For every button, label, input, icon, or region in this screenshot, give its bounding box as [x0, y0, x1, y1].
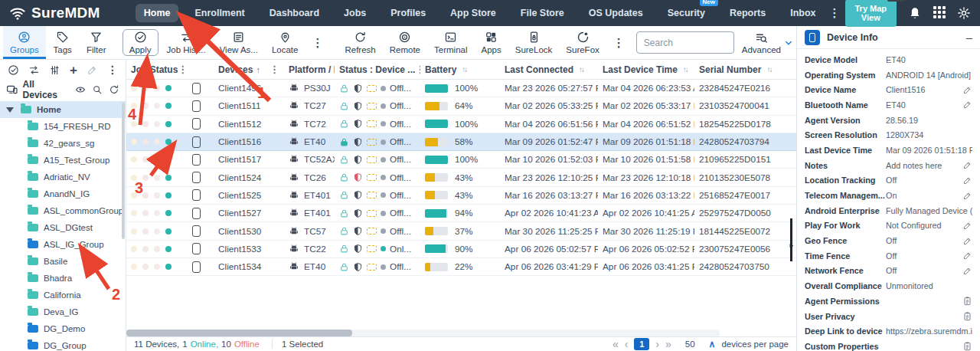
nav-item-file-store[interactable]: File Store [512, 4, 573, 22]
edit-pencil-icon[interactable] [87, 64, 98, 76]
nav-more-kebab-icon[interactable]: ⋮ [825, 6, 845, 20]
column-menu-kebab-icon[interactable]: ⋮ [415, 64, 420, 75]
current-page[interactable]: 1 [634, 338, 649, 350]
sidebar-scrollbar[interactable] [122, 103, 125, 239]
device-select-cell[interactable] [188, 172, 214, 183]
toolbar-device-action-apps[interactable]: Apps [475, 26, 508, 59]
edit-pencil-icon[interactable] [962, 100, 972, 110]
tree-item-asl-dgtest[interactable]: ASL_DGtest [0, 219, 126, 236]
nav-item-os-updates[interactable]: OS Updates [580, 4, 652, 22]
clipboard-icon[interactable] [962, 341, 972, 351]
tree-item-deva-ig[interactable]: Deva_IG [0, 303, 126, 320]
nav-item-dashboard[interactable]: Dashboard [261, 4, 328, 22]
apply-check-circle-icon[interactable] [8, 64, 19, 76]
device-row-client1512[interactable]: Client1512TC72Offl...100%Mar 04 2026 06:… [126, 116, 796, 133]
clipboard-icon[interactable] [962, 296, 972, 306]
column-menu-kebab-icon[interactable]: ⋮ [178, 64, 188, 75]
column-menu-kebab-icon[interactable]: ⋮ [270, 64, 279, 75]
last-page-button[interactable]: » [665, 339, 671, 349]
tree-item-154-fresh-rd[interactable]: 154_FRESH_RD [0, 118, 126, 135]
device-row-client1530[interactable]: Client1530TC57Offl...37%Mar 30 2026 11:2… [126, 222, 796, 240]
column-header-devices[interactable]: Devices↑⋮ [214, 64, 284, 75]
tree-item-california[interactable]: California [0, 287, 126, 303]
device-select-cell[interactable] [188, 225, 214, 237]
column-header-last-device-time[interactable]: Last Device Time↑↓ [598, 64, 694, 75]
bell-icon[interactable] [908, 6, 922, 20]
advanced-search-button[interactable]: Advanced [742, 31, 794, 54]
tune-sliders-icon[interactable] [49, 64, 60, 76]
device-row-client1525[interactable]: Client1525ET401Offl...43%Mar 16 2026 03:… [126, 187, 796, 205]
search-input[interactable] [636, 31, 734, 54]
sidebar-kebab-icon[interactable]: ⋮ [107, 64, 118, 76]
toolbar-device-action-surefox[interactable]: SureFox [559, 26, 606, 59]
hscroll-track[interactable] [126, 330, 720, 336]
device-select-cell[interactable] [188, 243, 214, 254]
app-launcher-grid-icon[interactable] [933, 6, 946, 20]
gear-icon[interactable] [957, 6, 971, 20]
toolbar-device-action-remote[interactable]: Remote [383, 26, 427, 59]
toolbar-action-locate[interactable]: Locate [265, 26, 305, 59]
device-select-cell[interactable] [188, 83, 214, 94]
collapse-chevron-icon[interactable]: ∧ [709, 339, 716, 349]
next-page-button[interactable]: › [655, 339, 659, 349]
nav-item-jobs[interactable]: Jobs [335, 4, 374, 22]
nav-item-profiles[interactable]: Profiles [382, 4, 434, 22]
nav-item-enrollment[interactable]: Enrollment [186, 4, 253, 22]
field-value[interactable]: https://zebra.suremdm.io/... [886, 326, 972, 336]
nav-item-home[interactable]: Home [136, 4, 179, 22]
tree-item-42-gears-sg[interactable]: 42_gears_sg [0, 135, 126, 152]
toolbar-action-job-hist[interactable]: Job Hist... [160, 26, 213, 59]
tree-item-bhadra[interactable]: Bhadra [0, 270, 126, 287]
toolbar-action-apply[interactable]: Apply [122, 29, 158, 56]
toolbar-tab-groups[interactable]: Groups [3, 26, 46, 59]
tree-item-adriatic-nv[interactable]: Adriatic_NV [0, 169, 126, 185]
column-header-battery[interactable]: Battery↑↓ [420, 64, 500, 75]
tree-item-dg-demo[interactable]: DG_Demo [0, 320, 126, 337]
actions-kebab-icon[interactable]: ⋮ [305, 36, 330, 50]
column-header-job-status[interactable]: Job Status⋮ [126, 64, 188, 75]
nav-item-security[interactable]: SecurityNew [659, 4, 714, 22]
tree-item-anandn-ig[interactable]: AnandN_IG [0, 185, 126, 202]
all-devices-row[interactable]: All Devices [0, 80, 126, 100]
toolbar-device-action-refresh[interactable]: Refresh [338, 26, 382, 59]
edit-pencil-icon[interactable] [962, 236, 972, 246]
device-row-client1524[interactable]: Client1524TC26Offl...43%Mar 23 2026 12:1… [126, 169, 796, 186]
vscroll-thumb[interactable] [790, 218, 792, 261]
nav-item-reports[interactable]: Reports [721, 4, 774, 22]
tree-item-a15-test-group[interactable]: A15_Test_Group [0, 152, 126, 169]
column-header-status-device[interactable]: Status : Device ...⋮ [335, 64, 420, 75]
edit-pencil-icon[interactable] [962, 221, 972, 231]
hscroll-thumb[interactable] [126, 330, 352, 336]
toolbar-device-action-surelock[interactable]: SureLock [508, 26, 560, 59]
tree-item-dg-group[interactable]: DG_Group [0, 337, 126, 351]
device-select-cell[interactable] [188, 189, 214, 201]
toolbar-tab-filter[interactable]: Filter [80, 26, 113, 59]
panel-expand-arrow-icon[interactable]: ► [789, 242, 795, 249]
edit-pencil-icon[interactable] [962, 191, 972, 201]
try-map-view-button[interactable]: Try Map View Beta [845, 0, 897, 27]
sort-swap-icon[interactable] [28, 64, 40, 76]
device-select-cell[interactable] [188, 154, 214, 166]
device-select-cell[interactable] [188, 261, 214, 273]
page-size[interactable]: 50 [685, 340, 695, 349]
device-select-cell[interactable] [188, 118, 214, 130]
add-group-plus-icon[interactable]: + [70, 64, 77, 77]
clipboard-icon[interactable] [962, 311, 972, 321]
device-row-client1517[interactable]: Client1517TC52AXOffl...100%Mar 10 2026 0… [126, 151, 796, 169]
device-row-client1516[interactable]: Client1516ET40Offl...58%Mar 09 2026 01:5… [126, 133, 796, 151]
eye-icon[interactable] [75, 84, 86, 95]
device-select-cell[interactable] [188, 136, 214, 148]
device-row-client1527[interactable]: Client1527ET401Offl...94%Apr 02 2026 10:… [126, 205, 796, 222]
device-row-client1511[interactable]: Client1511TC27Offl...64%Mar 02 2026 05:3… [126, 97, 796, 115]
tree-item-asl-ig-group[interactable]: ASL_IG_Group [0, 236, 126, 253]
tree-item-basile[interactable]: Basile [0, 253, 126, 270]
edit-pencil-icon[interactable] [962, 251, 972, 261]
toolbar-device-action-terminal[interactable]: Terminal [427, 26, 474, 59]
first-page-button[interactable]: « [612, 339, 619, 349]
device-row-client1496[interactable]: Client1496PS30JOffl...100%Mar 23 2026 05… [126, 80, 796, 97]
nav-item-inbox[interactable]: Inbox [782, 4, 824, 22]
tree-item-asl-commongroup[interactable]: ASL_commonGroup [0, 202, 126, 219]
column-header-last-connected[interactable]: Last Connected↑↓ [500, 64, 598, 75]
device-row-client1534[interactable]: Client1534ET40Offl...22%Apr 06 2026 03:4… [126, 258, 796, 276]
edit-pencil-icon[interactable] [962, 266, 972, 276]
